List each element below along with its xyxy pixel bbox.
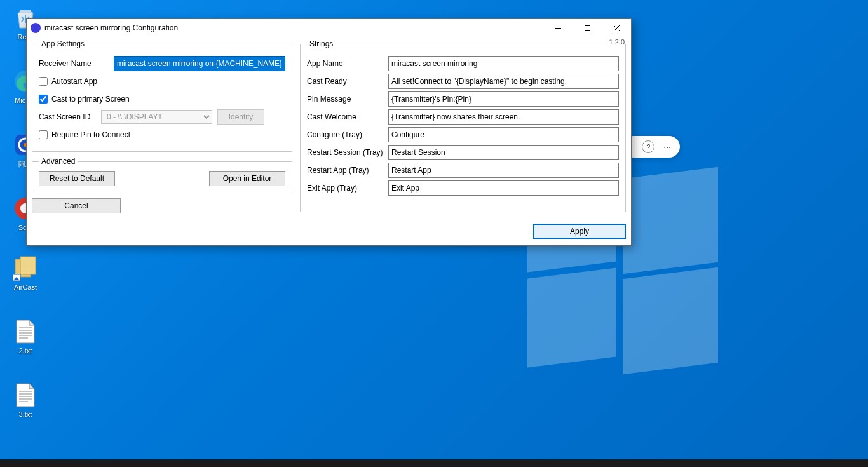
strings-row-label: Restart Session (Tray) bbox=[307, 148, 383, 157]
advanced-group: Advanced Reset to Default Open in Editor bbox=[32, 157, 292, 193]
text-file-icon bbox=[11, 381, 39, 409]
close-button[interactable] bbox=[602, 19, 631, 37]
app-settings-legend: App Settings bbox=[39, 39, 87, 48]
app-settings-group: App Settings Receiver Name Autostart App… bbox=[32, 39, 292, 152]
strings-group: Strings App NameCast ReadyPin MessageCas… bbox=[300, 39, 626, 212]
desktop-icon-txt3[interactable]: 3.txt bbox=[1, 381, 50, 419]
desktop-icon-txt2[interactable]: 2.txt bbox=[1, 318, 50, 355]
strings-row-label: Exit App (Tray) bbox=[307, 184, 383, 193]
help-icon[interactable]: ? bbox=[642, 140, 654, 153]
window-title: miracast screen mirroring Configuration bbox=[44, 24, 543, 32]
strings-row-label: Cast Welcome bbox=[307, 112, 383, 121]
desktop-icon-aircast[interactable]: AirCast bbox=[1, 254, 50, 292]
app-icon bbox=[31, 23, 41, 33]
strings-row-label: Restart App (Tray) bbox=[307, 166, 383, 175]
strings-row-input[interactable] bbox=[388, 109, 619, 125]
strings-row-input[interactable] bbox=[388, 180, 619, 196]
receiver-name-input[interactable] bbox=[114, 56, 285, 71]
version-label: 1.2.0 bbox=[609, 38, 625, 46]
strings-row-label: Configure (Tray) bbox=[307, 130, 383, 139]
identify-button: Identify bbox=[217, 109, 264, 125]
config-dialog: miracast screen mirroring Configuration … bbox=[26, 18, 632, 246]
cancel-button[interactable]: Cancel bbox=[32, 198, 121, 213]
autostart-checkbox[interactable]: Autostart App bbox=[39, 77, 97, 86]
strings-row-input[interactable] bbox=[388, 163, 619, 178]
titlebar[interactable]: miracast screen mirroring Configuration bbox=[27, 19, 631, 37]
strings-row-label: Pin Message bbox=[307, 95, 383, 104]
svg-rect-10 bbox=[585, 25, 590, 30]
more-icon[interactable]: ··· bbox=[663, 142, 671, 152]
reset-default-button[interactable]: Reset to Default bbox=[39, 171, 115, 186]
text-file-icon bbox=[11, 318, 39, 346]
strings-row-input[interactable] bbox=[388, 56, 619, 71]
cast-primary-checkbox[interactable]: Cast to primary Screen bbox=[39, 95, 130, 104]
strings-legend: Strings bbox=[307, 39, 336, 48]
strings-row-input[interactable] bbox=[388, 74, 619, 89]
strings-row-input[interactable] bbox=[388, 127, 619, 142]
open-editor-button[interactable]: Open in Editor bbox=[209, 171, 285, 186]
strings-row-input[interactable] bbox=[388, 145, 619, 160]
svg-rect-8 bbox=[20, 257, 36, 274]
strings-row-label: App Name bbox=[307, 59, 383, 68]
receiver-name-label: Receiver Name bbox=[39, 59, 109, 68]
minimize-button[interactable] bbox=[543, 19, 573, 37]
taskbar[interactable] bbox=[0, 459, 868, 467]
strings-row-label: Cast Ready bbox=[307, 77, 383, 86]
aircast-icon bbox=[11, 254, 39, 282]
cast-screen-id-label: Cast Screen ID bbox=[39, 112, 96, 121]
require-pin-checkbox[interactable]: Require Pin to Connect bbox=[39, 130, 130, 139]
maximize-button[interactable] bbox=[573, 19, 602, 37]
apply-button[interactable]: Apply bbox=[533, 224, 626, 239]
cast-screen-id-select: 0 - \\.\DISPLAY1 bbox=[101, 110, 212, 124]
advanced-legend: Advanced bbox=[39, 157, 78, 166]
strings-row-input[interactable] bbox=[388, 91, 619, 107]
